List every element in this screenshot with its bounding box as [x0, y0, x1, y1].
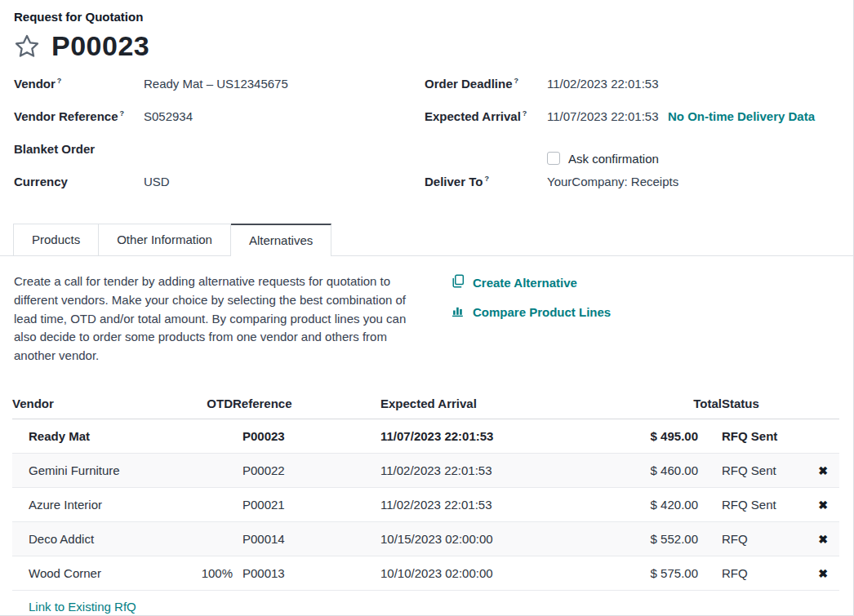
alternatives-tab-content: Create a call for tender by adding alter…: [0, 256, 853, 366]
ask-confirmation-checkbox[interactable]: [547, 152, 560, 165]
link-to-existing-rfq-button[interactable]: Link to Existing RfQ: [29, 600, 136, 614]
expected-arrival-wrap: 11/07/2023 22:01:53 No On-time Delivery …: [547, 109, 815, 123]
alternatives-actions: Create Alternative Compare Product Lines: [451, 273, 611, 333]
field-column-right: Order Deadline? 11/02/2023 22:01:53 Expe…: [425, 77, 840, 207]
table-footer: Link to Existing RfQ: [12, 591, 839, 616]
help-icon: ?: [514, 77, 519, 85]
cell-reference: P00023: [233, 429, 380, 443]
cell-expected-arrival: 10/10/2023 02:00:00: [380, 566, 616, 580]
field-deliver-to: Deliver To? YourCompany: Receipts: [425, 175, 840, 207]
create-alternative-label: Create Alternative: [473, 276, 577, 290]
help-icon: ?: [523, 109, 527, 117]
cell-vendor: Gemini Furniture: [12, 463, 185, 477]
cell-vendor: Azure Interior: [12, 498, 185, 512]
cell-total: $ 460.00: [616, 463, 722, 477]
vendor-value[interactable]: Ready Mat – US12345675: [144, 77, 288, 91]
cell-total: $ 495.00: [616, 429, 722, 443]
deliver-to-label: Deliver To?: [425, 175, 547, 188]
field-area: Vendor? Ready Mat – US12345675 Vendor Re…: [0, 77, 853, 207]
remove-row-icon[interactable]: ✖: [818, 568, 828, 579]
cell-expected-arrival: 11/07/2023 22:01:53: [380, 429, 616, 443]
help-icon: ?: [484, 175, 489, 183]
cell-total: $ 420.00: [616, 498, 722, 512]
field-currency: Currency USD: [14, 175, 425, 207]
col-header-vendor[interactable]: Vendor: [12, 390, 185, 419]
field-expected-arrival: Expected Arrival? 11/07/2023 22:01:53 No…: [425, 109, 840, 142]
form-sheet: Request for Quotation P00023 Vendor? Rea…: [0, 0, 853, 616]
cell-reference: P00014: [233, 532, 380, 546]
remove-row-icon[interactable]: ✖: [818, 499, 828, 511]
expected-arrival-label: Expected Arrival?: [425, 109, 547, 123]
cell-reference: P00021: [233, 498, 380, 512]
table-row[interactable]: Ready Mat P00023 11/07/2023 22:01:53 $ 4…: [12, 419, 839, 454]
cell-reference: P00013: [233, 566, 380, 580]
cell-vendor: Wood Corner: [12, 566, 185, 580]
table-row[interactable]: Deco Addict P00014 10/15/2023 02:00:00 $…: [12, 522, 839, 556]
table-row[interactable]: Wood Corner 100% P00013 10/10/2023 02:00…: [12, 556, 839, 591]
table-row[interactable]: Azure Interior P00021 11/02/2023 22:01:5…: [12, 488, 839, 522]
cell-vendor: Deco Addict: [12, 532, 185, 546]
field-column-left: Vendor? Ready Mat – US12345675 Vendor Re…: [0, 77, 425, 207]
copy-icon: [451, 274, 465, 290]
favorite-star-icon[interactable]: [12, 32, 42, 61]
cell-status: RFQ Sent: [722, 498, 807, 512]
tab-other-information[interactable]: Other Information: [99, 224, 231, 255]
remove-row-icon[interactable]: ✖: [818, 534, 828, 545]
cell-vendor: Ready Mat: [12, 429, 185, 443]
order-deadline-value[interactable]: 11/02/2023 22:01:53: [547, 77, 659, 91]
cell-otd: 100%: [185, 566, 233, 580]
cell-total: $ 575.00: [616, 566, 722, 580]
compare-product-lines-button[interactable]: Compare Product Lines: [451, 304, 611, 320]
vendor-reference-label: Vendor Reference?: [14, 109, 144, 123]
create-alternative-button[interactable]: Create Alternative: [451, 274, 611, 290]
order-deadline-label: Order Deadline?: [425, 77, 547, 91]
cell-expected-arrival: 10/15/2023 02:00:00: [380, 532, 616, 546]
alternatives-table: Vendor OTD Reference Expected Arrival To…: [12, 390, 839, 616]
col-header-reference[interactable]: Reference: [233, 390, 380, 419]
cell-status: RFQ: [722, 532, 807, 546]
otd-delivery-badge: No On-time Delivery Data: [668, 109, 815, 123]
field-vendor: Vendor? Ready Mat – US12345675: [14, 77, 425, 109]
help-icon: ?: [57, 77, 62, 85]
alternatives-description: Create a call for tender by adding alter…: [14, 273, 427, 366]
vendor-label: Vendor?: [14, 77, 144, 91]
field-vendor-reference: Vendor Reference? S052934: [14, 109, 425, 142]
col-header-total[interactable]: Total: [616, 390, 722, 419]
col-header-otd[interactable]: OTD: [185, 390, 233, 419]
title-row: P00023: [0, 30, 853, 62]
bar-chart-icon: [451, 304, 465, 320]
cell-status: RFQ: [722, 566, 807, 580]
cell-status: RFQ Sent: [722, 463, 807, 477]
deliver-to-value[interactable]: YourCompany: Receipts: [547, 175, 678, 188]
vendor-reference-value[interactable]: S052934: [144, 109, 193, 123]
table-body: Ready Mat P00023 11/07/2023 22:01:53 $ 4…: [12, 419, 839, 591]
field-ask-confirmation: Ask confirmation: [547, 142, 840, 175]
col-header-status[interactable]: Status: [722, 390, 807, 419]
table-row[interactable]: Gemini Furniture P00022 11/02/2023 22:01…: [12, 454, 839, 488]
page-title: P00023: [51, 30, 149, 62]
cell-total: $ 552.00: [616, 532, 722, 546]
cell-status: RFQ Sent: [722, 429, 807, 443]
tab-products[interactable]: Products: [13, 224, 99, 255]
remove-row-icon[interactable]: ✖: [818, 465, 828, 476]
ask-confirmation-label: Ask confirmation: [568, 152, 659, 166]
cell-expected-arrival: 11/02/2023 22:01:53: [380, 498, 616, 512]
compare-product-lines-label: Compare Product Lines: [473, 305, 611, 319]
rfq-form-page: Request for Quotation P00023 Vendor? Rea…: [0, 0, 854, 616]
field-order-deadline: Order Deadline? 11/02/2023 22:01:53: [425, 77, 840, 109]
currency-value[interactable]: USD: [144, 175, 170, 188]
help-icon: ?: [120, 109, 125, 117]
table-header-row: Vendor OTD Reference Expected Arrival To…: [12, 390, 839, 419]
cell-reference: P00022: [233, 463, 380, 477]
col-header-expected-arrival[interactable]: Expected Arrival: [380, 390, 616, 419]
blanket-order-label: Blanket Order: [14, 142, 144, 156]
cell-expected-arrival: 11/02/2023 22:01:53: [380, 463, 616, 477]
tab-alternatives[interactable]: Alternatives: [231, 224, 331, 256]
field-blanket-order: Blanket Order: [14, 142, 425, 175]
currency-label: Currency: [14, 175, 144, 188]
expected-arrival-value[interactable]: 11/07/2023 22:01:53: [547, 109, 662, 123]
notebook-tabs: Products Other Information Alternatives: [0, 224, 853, 256]
doc-type-label: Request for Quotation: [0, 10, 853, 24]
